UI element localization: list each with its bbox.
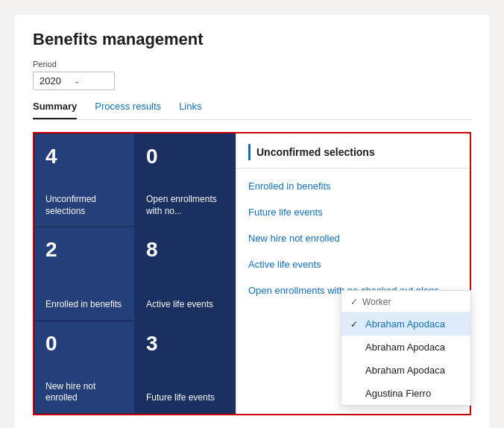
right-panel-header: Unconfirmed selections (236, 133, 470, 169)
tab-links[interactable]: Links (179, 101, 201, 119)
dropdown-item-3[interactable]: Abraham Apodaca (341, 359, 470, 382)
tile-enrolled-in-benefits[interactable]: 2 Enrolled in benefits (34, 227, 135, 320)
tile-active-life-events-label: Active life events (146, 299, 224, 311)
tile-open-enrollments-label: Open enrollments with no... (146, 194, 224, 217)
link-new-hire-not-enrolled[interactable]: New hire not enrolled (236, 225, 470, 251)
worker-dropdown: ✓ Worker ✓ Abraham Apodaca Abraham Apoda… (341, 290, 471, 406)
check-icon: ✓ (350, 297, 358, 307)
tile-enrolled-in-benefits-label: Enrolled in benefits (45, 299, 124, 311)
dropdown-item-4-label: Agustina Fierro (365, 388, 431, 399)
chevron-down-icon: ⌄ (74, 77, 108, 85)
tile-future-life-events[interactable]: 3 Future life events (135, 321, 236, 414)
tile-active-life-events-number: 8 (146, 239, 224, 260)
page-title: Benefits management (33, 30, 471, 49)
tab-process-results[interactable]: Process results (95, 101, 161, 119)
dropdown-item-2-label: Abraham Apodaca (365, 342, 445, 353)
selected-check-icon: ✓ (350, 319, 361, 330)
link-active-life-events[interactable]: Active life events (236, 251, 470, 277)
tiles-grid: 4 Unconfirmed selections 0 Open enrollme… (34, 133, 236, 414)
period-label: Period (33, 60, 471, 69)
dropdown-header: ✓ Worker (341, 291, 470, 312)
tile-unconfirmed-selections-number: 4 (45, 146, 124, 167)
tile-new-hire-not-enrolled[interactable]: 0 New hire not enrolled (34, 321, 135, 414)
header-accent-bar (248, 144, 251, 160)
tile-new-hire-not-enrolled-label: New hire not enrolled (45, 381, 124, 404)
tile-active-life-events[interactable]: 8 Active life events (135, 227, 236, 320)
tile-open-enrollments-number: 0 (146, 146, 224, 167)
tabs-bar: Summary Process results Links (33, 101, 471, 120)
period-select[interactable]: 2020 ⌄ (33, 72, 115, 90)
tile-future-life-events-number: 3 (146, 333, 224, 354)
dropdown-item-3-label: Abraham Apodaca (365, 365, 445, 376)
link-enrolled-in-benefits[interactable]: Enrolled in benefits (236, 173, 470, 199)
right-panel-links: Enrolled in benefits Future life events … (236, 169, 470, 308)
tile-new-hire-not-enrolled-number: 0 (45, 333, 124, 354)
dropdown-item-4[interactable]: Agustina Fierro (341, 382, 470, 405)
dropdown-item-1[interactable]: ✓ Abraham Apodaca (341, 312, 470, 336)
tile-unconfirmed-selections-label: Unconfirmed selections (45, 194, 124, 217)
tile-enrolled-in-benefits-number: 2 (45, 239, 124, 260)
right-panel-title: Unconfirmed selections (256, 146, 375, 158)
link-future-life-events[interactable]: Future life events (236, 199, 470, 225)
dropdown-item-2[interactable]: Abraham Apodaca (341, 336, 470, 359)
tile-open-enrollments[interactable]: 0 Open enrollments with no... (135, 133, 236, 227)
tile-unconfirmed-selections[interactable]: 4 Unconfirmed selections (34, 133, 135, 227)
tab-summary[interactable]: Summary (33, 101, 77, 119)
page-container: Benefits management Period 2020 ⌄ Summar… (15, 15, 489, 428)
period-value: 2020 (40, 75, 74, 86)
dropdown-item-1-label: Abraham Apodaca (365, 318, 445, 330)
dropdown-header-label: Worker (362, 297, 391, 307)
tile-future-life-events-label: Future life events (146, 392, 224, 404)
dashboard-box: 4 Unconfirmed selections 0 Open enrollme… (33, 132, 471, 415)
